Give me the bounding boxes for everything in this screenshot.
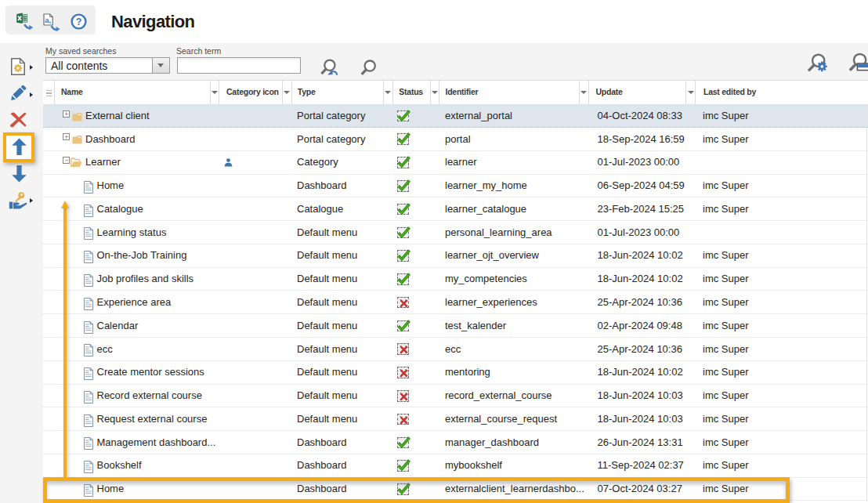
svg-text:?: ? <box>75 16 81 27</box>
svg-text:a,: a, <box>45 15 51 24</box>
